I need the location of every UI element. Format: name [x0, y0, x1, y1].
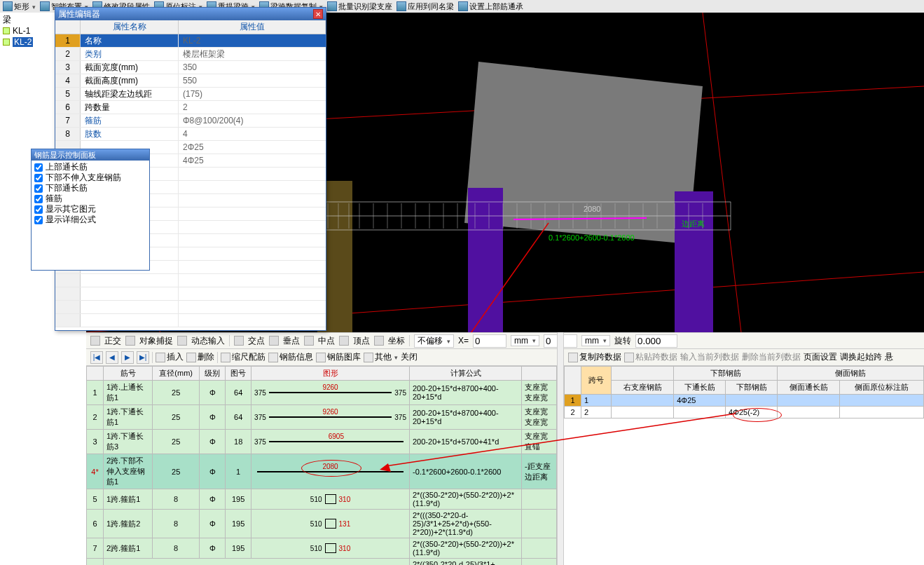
tb-apply[interactable]: 应用到同名梁 [397, 1, 454, 12]
col-prop-name: 属性名称 [81, 20, 179, 34]
property-row[interactable]: 7箍筋Φ8@100/200(4) [55, 114, 326, 128]
tb-rect[interactable]: 矩形 [3, 1, 36, 12]
span-row[interactable]: 114Φ25 [565, 395, 924, 407]
svg-rect-7 [675, 191, 713, 332]
close-icon[interactable]: ✕ [313, 9, 323, 19]
btn-del-col[interactable]: 删除当前列数据 [742, 351, 801, 363]
btn-other[interactable]: 其他 [364, 351, 398, 363]
snap-icon[interactable] [234, 336, 244, 346]
viewport-dim-2080: 2080 [584, 205, 600, 213]
tool-icon[interactable] [177, 336, 187, 346]
btn-input-col[interactable]: 输入当前列数据 [680, 351, 739, 363]
property-row[interactable]: 2类别楼层框架梁 [55, 48, 326, 61]
display-checkbox[interactable]: 箍筋 [34, 193, 146, 204]
tb-batch[interactable]: 批量识别梁支座 [327, 1, 392, 12]
nav-next[interactable]: ▶ [121, 351, 134, 364]
col-prop-val: 属性值 [179, 20, 326, 34]
btn-osnap[interactable]: 对象捕捉 [139, 335, 173, 347]
btn-insert[interactable]: 插入 [156, 351, 184, 363]
unit-select[interactable]: mm [581, 335, 610, 346]
btn-ortho[interactable]: 正交 [104, 335, 121, 347]
rot-input[interactable] [635, 334, 677, 348]
nav-first[interactable]: |◀ [90, 351, 103, 364]
offset-select[interactable]: 不偏移 [414, 334, 454, 348]
snap-icon[interactable] [339, 336, 349, 346]
btn-delete[interactable]: 删除 [186, 351, 214, 363]
property-row[interactable]: 5轴线距梁左边线距(175) [55, 88, 326, 101]
display-checkbox[interactable]: 下部不伸入支座钢筋 [34, 172, 146, 183]
btn-info[interactable]: 钢筋信息 [268, 351, 313, 363]
span-grid-toolbar: 复制跨数据 粘贴跨数据 输入当前列数据 删除当前列数据 页面设置 调换起始跨 悬 [564, 349, 924, 366]
snap-icon[interactable] [304, 336, 314, 346]
rebar-row[interactable]: 21跨.下通长筋125Φ643759260375200-20+15*d+8700… [87, 405, 557, 430]
display-checkbox[interactable]: 上部通长筋 [34, 162, 146, 172]
property-row[interactable]: 4截面高度(mm)550 [55, 74, 326, 88]
display-checkbox[interactable]: 显示其它图元 [34, 204, 146, 215]
btn-lib[interactable]: 钢筋图库 [316, 351, 361, 363]
btn-dyn[interactable]: 动态输入 [191, 335, 225, 347]
btn-scale[interactable]: 缩尺配筋 [221, 351, 266, 363]
btn-swap-span[interactable]: 调换起始跨 [840, 351, 882, 363]
svg-line-42 [380, 223, 549, 332]
x-input[interactable] [473, 334, 506, 348]
snap-toolbar: 正交 对象捕捉 动态输入 交点 垂点 中点 顶点 坐标 不偏移 X= mm mm… [86, 332, 924, 349]
svg-text:边距离: 边距离 [682, 219, 705, 228]
tb-set-top[interactable]: 设置上部筋通承 [458, 1, 523, 12]
btn-page-setup[interactable]: 页面设置 [804, 351, 837, 363]
rebar-grid[interactable]: 筋号 直径(mm) 级别 图号 图形 计算公式 11跨.上通长筋125Φ6437… [86, 366, 557, 565]
btn-copy-span[interactable]: 复制跨数据 [568, 351, 621, 363]
btn-close[interactable]: 关闭 [401, 351, 418, 363]
svg-text:0.1*2600+2600-0.1*2600: 0.1*2600+2600-0.1*2600 [549, 233, 635, 242]
tool-icon[interactable] [125, 336, 135, 346]
property-editor-title: 属性编辑器 [58, 8, 100, 20]
tool-icon[interactable] [90, 336, 100, 346]
rebar-row[interactable]: 51跨.箍筋18Φ1955103102*((350-2*20)+(550-2*2… [87, 489, 557, 510]
rebar-row[interactable]: 11跨.上通长筋125Φ643759260375200-20+15*d+8700… [87, 381, 557, 405]
property-row[interactable]: 3截面宽度(mm)350 [55, 61, 326, 74]
display-checkbox[interactable]: 显示详细公式 [34, 215, 146, 225]
property-row[interactable]: 8肢数4 [55, 128, 326, 141]
btn-cant[interactable]: 悬 [885, 351, 893, 363]
splitter[interactable] [557, 332, 564, 565]
rebar-display-control: 钢筋显示控制面板 上部通长筋下部不伸入支座钢筋下部通长筋箍筋显示其它图元显示详细… [31, 149, 150, 271]
snap-icon[interactable] [269, 336, 279, 346]
nav-prev[interactable]: ◀ [106, 351, 118, 364]
panel-title: 钢筋显示控制面板 [32, 149, 149, 161]
svg-rect-6 [468, 188, 503, 332]
nav-last[interactable]: ▶| [137, 351, 149, 364]
span-row[interactable]: 224Φ25(-2) [565, 407, 924, 418]
display-checkbox[interactable]: 下部通长筋 [34, 183, 146, 193]
rebar-grid-toolbar: |◀ ◀ ▶ ▶| 插入 删除 缩尺配筋 钢筋信息 钢筋图库 其他 关闭 [86, 349, 557, 366]
btn-paste-span[interactable]: 粘贴跨数据 [624, 351, 677, 363]
rebar-row[interactable]: 4*2跨.下部不伸入支座钢筋125Φ12080-0.1*2600+2600-0.… [87, 454, 557, 489]
snap-icon[interactable] [374, 336, 384, 346]
property-row[interactable]: 6跨数量2 [55, 101, 326, 114]
rebar-row[interactable]: 72跨.箍筋18Φ1955103102*((350-2*20)+(550-2*2… [87, 538, 557, 559]
unit-select[interactable]: mm [511, 335, 539, 346]
span-grid[interactable]: 跨号 下部钢筋 侧面钢筋 右支座钢筋 下通长筋 下部钢筋 侧面通长筋 侧面原位标… [564, 366, 924, 565]
rebar-row[interactable]: 61跨.箍筋28Φ1955101312*(((350-2*20-d-25)/3*… [87, 510, 557, 538]
rebar-row[interactable]: 31跨.下通长筋325Φ183756905200-20+15*d+5700+41… [87, 430, 557, 454]
property-row[interactable]: 1名称KL-2 [55, 34, 326, 48]
